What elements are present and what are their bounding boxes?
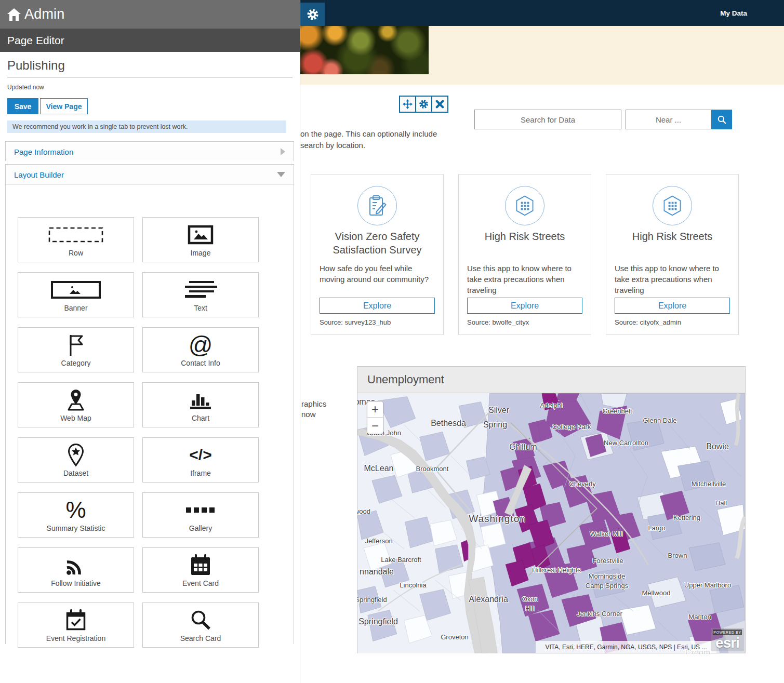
layout-builder-panel: Row Image Banner [6, 184, 294, 644]
save-button[interactable]: Save [7, 98, 38, 114]
banner-flower-image [300, 26, 429, 74]
card-description: How safe do you feel while moving around… [320, 263, 436, 285]
publishing-title: Publishing [7, 58, 65, 73]
widget-category[interactable]: Category [18, 327, 134, 372]
widget-image[interactable]: Image [142, 217, 259, 262]
page-information-accordion[interactable]: Page Information [5, 141, 294, 161]
calendar-check-icon [18, 608, 134, 632]
widget-follow-initiative[interactable]: Follow Initiative [18, 547, 134, 593]
explore-button[interactable]: Explore [615, 298, 730, 314]
layout-builder-accordion: Layout Builder Row Image [5, 164, 294, 644]
map-pin-icon [18, 388, 134, 412]
explore-button[interactable]: Explore [320, 298, 435, 314]
widget-banner[interactable]: Banner [18, 272, 134, 317]
card-source: Source: cityofx_admin [615, 318, 681, 326]
magnifier-icon [143, 608, 258, 632]
explore-button[interactable]: Explore [467, 298, 582, 314]
search-data-input[interactable] [474, 110, 621, 129]
choropleth-map-svg [357, 393, 745, 653]
card-description: Use this app to know where to take extra… [615, 263, 731, 296]
page-editor-header: Page Editor [0, 29, 300, 52]
widget-text[interactable]: Text [142, 272, 259, 317]
building-hex-icon [653, 186, 692, 225]
map-zoom-control: + − [367, 401, 383, 434]
clipped-text-fragment: raphics now [301, 399, 326, 420]
esri-wordmark: esri [711, 635, 744, 651]
widget-gallery[interactable]: Gallery [142, 492, 259, 538]
chevron-down-icon [277, 172, 285, 177]
page-information-label: Page Information [14, 148, 73, 156]
unemployment-map-widget: Unemployment [357, 366, 746, 653]
widget-summary-statistic[interactable]: % Summary Statistic [18, 492, 134, 538]
search-card-description: on the page. This can optionally include… [300, 128, 437, 151]
search-button[interactable] [711, 110, 732, 129]
layout-builder-header[interactable]: Layout Builder [6, 165, 294, 184]
single-tab-notice: We recommend you work in a single tab to… [7, 120, 286, 133]
squares-icon [143, 498, 258, 522]
gear-icon [307, 8, 319, 21]
banner-icon [18, 278, 134, 302]
view-page-button[interactable]: View Page [40, 98, 88, 114]
card-source: Source: survey123_hub [320, 318, 391, 326]
choropleth-map[interactable]: omacSilverSpringAdelphiGreenbeltGlenn Da… [357, 393, 745, 653]
gallery-card-app-2: High Risk Streets Use this app to know w… [606, 174, 739, 335]
editor-sidebar: Admin Page Editor Publishing Updated now… [0, 0, 300, 683]
gear-icon [419, 99, 429, 109]
layout-builder-label: Layout Builder [14, 170, 64, 179]
zoom-in-button[interactable]: + [367, 401, 383, 418]
close-icon [435, 100, 444, 109]
image-icon [143, 223, 258, 247]
code-icon: </> [143, 443, 258, 467]
search-icon [717, 115, 727, 125]
widget-settings-button[interactable] [415, 96, 432, 113]
page-preview: My Data [300, 0, 784, 683]
widget-web-map[interactable]: Web Map [18, 382, 134, 427]
gallery-card-app-1: High Risk Streets Use this app to know w… [458, 174, 591, 335]
widget-iframe[interactable]: </> Iframe [142, 437, 259, 483]
widget-contact-info[interactable]: @ Contact Info [142, 327, 259, 372]
move-widget-button[interactable] [399, 96, 416, 113]
chevron-right-icon [281, 148, 285, 155]
header-settings-tab[interactable] [300, 3, 325, 26]
admin-title: Admin [24, 6, 65, 22]
widget-toolbar [399, 96, 448, 113]
widget-search-card[interactable]: Search Card [142, 602, 259, 648]
pin-star-icon [18, 443, 134, 467]
bar-chart-icon [143, 388, 258, 412]
card-description: Use this app to know where to take extra… [467, 263, 583, 296]
updated-status: Updated now [7, 84, 44, 91]
home-icon[interactable] [7, 8, 21, 21]
map-attribution: VITA, Esri, HERE, Garmin, NGA, USGS, NPS… [536, 641, 716, 653]
widget-dataset[interactable]: Dataset [18, 437, 134, 483]
page-editor-app: Admin Page Editor Publishing Updated now… [0, 0, 784, 683]
admin-header: Admin [0, 0, 300, 29]
zoom-out-button[interactable]: − [367, 418, 383, 434]
text-icon [143, 278, 258, 302]
widget-event-registration[interactable]: Event Registration [18, 602, 134, 648]
widget-event-card[interactable]: Event Card [142, 547, 259, 593]
building-hex-icon [505, 186, 544, 225]
my-data-link[interactable]: My Data [720, 0, 747, 26]
widget-chart[interactable]: Chart [142, 382, 259, 427]
divider [7, 77, 293, 77]
remove-widget-button[interactable] [431, 96, 448, 113]
card-title: High Risk Streets [464, 230, 586, 259]
row-icon [18, 223, 134, 247]
rss-icon [18, 553, 134, 577]
move-icon [403, 99, 413, 109]
card-title: Vision Zero Safety Satisfaction Survey [316, 230, 438, 259]
calendar-icon [143, 553, 258, 577]
widget-row[interactable]: Row [18, 217, 134, 262]
card-title: High Risk Streets [612, 230, 733, 259]
card-source: Source: bwolfe_cityx [467, 318, 529, 326]
flag-icon [18, 333, 134, 357]
gallery-card-survey: Vision Zero Safety Satisfaction Survey H… [311, 174, 444, 335]
search-near-input[interactable] [626, 110, 711, 129]
site-topbar: My Data [300, 0, 784, 26]
map-widget-title: Unemployment [357, 367, 745, 393]
esri-logo[interactable]: POWERED BY esri [711, 628, 744, 651]
survey-icon [357, 186, 397, 225]
page-editor-title: Page Editor [7, 34, 64, 47]
at-icon: @ [143, 333, 258, 357]
percent-icon: % [18, 498, 134, 522]
